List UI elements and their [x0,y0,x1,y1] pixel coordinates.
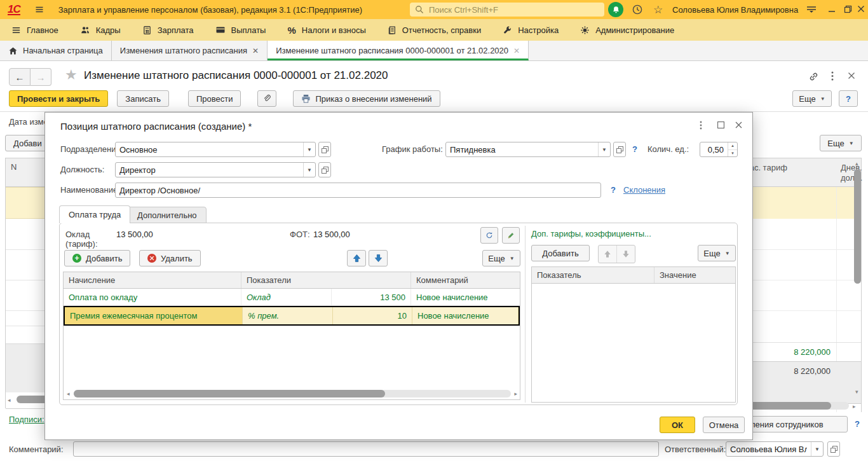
work-schedule-input[interactable] [446,142,598,156]
ok-button[interactable]: ОК [660,417,695,433]
accruals-more-button[interactable]: Еще▼ [482,250,520,266]
dropdown-icon[interactable]: ▼ [303,142,315,156]
bg-help-link[interactable]: ? [855,419,860,429]
cancel-button[interactable]: Отмена [703,417,745,433]
col-indicator[interactable]: Показатель [532,267,654,283]
document-more-button[interactable]: Еще▼ [792,90,832,107]
minimize-icon[interactable] [828,5,836,13]
global-search[interactable] [410,3,604,17]
move-down-button[interactable] [369,250,388,266]
table-hscroll-track[interactable] [74,390,511,397]
comment-field[interactable] [73,441,659,457]
print-order-button[interactable]: Приказ о внесении изменений [293,90,440,107]
favorite-star-icon[interactable]: ★ [65,67,78,83]
edit-pencil-button[interactable] [502,227,520,244]
table-hscroll-right-icon[interactable]: ▸ [514,391,517,397]
position-field[interactable]: ▼ [115,162,316,177]
extra-more-button[interactable]: Еще▼ [698,245,736,261]
bg-vscroll-thumb[interactable] [854,169,861,284]
menu-payments[interactable]: Выплаты [215,25,266,35]
responsible-field[interactable]: ▼ [726,441,824,457]
tab-staff-change-doc[interactable]: Изменение штатного расписания 0000-00000… [268,41,529,60]
back-arrow-icon[interactable]: ← [9,68,31,86]
department-field[interactable]: ▼ [115,142,316,157]
cell-value[interactable]: 13 500 [332,289,411,305]
col-comment[interactable]: Комментарий [411,272,520,288]
document-help-button[interactable]: ? [839,90,858,107]
comment-input[interactable] [74,442,658,456]
position-open-icon[interactable] [318,162,331,177]
name-input[interactable] [116,183,600,197]
close-tab-icon[interactable]: ✕ [252,46,259,55]
accrual-add-button[interactable]: + Добавить [64,250,130,266]
close-document-icon[interactable] [848,72,855,79]
menu-main[interactable]: Главное [11,25,58,35]
history-icon[interactable] [632,4,643,15]
cell-comment[interactable]: Новое начисление [412,307,519,324]
cell-accrual[interactable]: Премия ежемесячная процентом [65,307,243,324]
department-open-icon[interactable] [318,142,331,157]
dialog-kebab-menu-icon[interactable] [700,121,702,130]
hscroll-right-arrow-icon[interactable]: ▸ [853,404,856,410]
cell-indicator[interactable]: % прем. [243,307,333,324]
col-accrual[interactable]: Начисление [64,272,241,288]
user-name[interactable]: Соловьева Юлия Владимировна [672,5,798,15]
attachments-button[interactable] [257,90,276,107]
cell-value[interactable]: 10 [333,307,412,324]
notifications-bell-icon[interactable] [608,2,623,17]
main-menu-icon[interactable] [34,4,44,15]
dropdown-icon[interactable]: ▼ [811,442,823,456]
favorites-star-icon[interactable]: ☆ [653,3,663,17]
close-app-icon[interactable] [857,5,865,13]
col-indicators[interactable]: Показатели [241,272,411,288]
dialog-maximize-icon[interactable] [717,121,724,128]
recalculate-button[interactable] [480,227,498,244]
spinner-up-icon[interactable]: ▲ [728,142,737,150]
post-and-close-button[interactable]: Провести и закрыть [9,90,108,107]
department-input[interactable] [116,142,303,156]
accrual-delete-button[interactable]: ✕ Удалить [139,250,201,266]
tab-additional[interactable]: Дополнительно [128,207,207,223]
kebab-menu-icon[interactable] [831,71,834,81]
work-schedule-field[interactable]: ▼ [445,142,611,157]
table-hscroll-thumb[interactable] [74,390,385,397]
dialog-close-icon[interactable] [735,121,742,128]
accrual-row-2-selected[interactable]: Премия ежемесячная процентом % прем. 10 … [64,306,520,326]
tab-home[interactable]: Начальная страница [0,41,112,60]
units-spinner[interactable]: ▲▼ [728,142,737,156]
dropdown-icon[interactable]: ▼ [303,163,315,177]
name-field[interactable] [115,183,601,198]
spinner-down-icon[interactable]: ▼ [728,150,737,157]
dropdown-icon[interactable]: ▼ [598,142,610,156]
menu-salary[interactable]: Зарплата [142,25,194,35]
vscroll-down-arrow-icon[interactable]: ▾ [855,389,858,395]
extra-add-button[interactable]: Добавить [531,245,590,261]
menu-staff[interactable]: Кадры [80,25,121,35]
responsible-input[interactable] [726,442,811,456]
accruals-table-header[interactable]: Начисление Показатели Комментарий [64,272,520,289]
post-button[interactable]: Провести [188,90,241,107]
restore-window-icon[interactable] [844,5,852,13]
responsible-open-icon[interactable] [827,441,840,457]
extra-table-header[interactable]: Показатель Значение [532,267,735,284]
extra-tariffs-link[interactable]: Доп. тарифы, коэффициенты... [531,229,651,238]
bg-more-button[interactable]: Еще▼ [820,135,862,151]
menu-taxes[interactable]: % Налоги и взносы [287,25,365,36]
units-input[interactable] [700,142,728,156]
table-hscroll-left-icon[interactable]: ◂ [67,391,70,397]
search-input[interactable] [428,4,599,15]
hscroll-left-arrow-icon[interactable]: ◂ [8,397,11,403]
menu-settings[interactable]: Настройка [503,25,559,35]
work-schedule-open-icon[interactable] [613,142,626,157]
signatures-link[interactable]: Подписи: [9,415,44,424]
extra-move-up-button[interactable] [599,245,617,263]
close-tab-icon[interactable]: ✕ [513,46,520,55]
extra-move-down-button[interactable] [617,245,635,263]
position-input[interactable] [116,163,303,177]
tab-pay[interactable]: Оплата труда [59,205,130,223]
cell-indicator[interactable]: Оклад [241,289,332,305]
accrual-row-1[interactable]: Оплата по окладу Оклад 13 500 Новое начи… [64,289,520,306]
menu-administration[interactable]: Администрирование [580,25,674,35]
name-help-link[interactable]: ? [611,185,616,195]
menu-reports[interactable]: Отчетность, справки [388,25,481,35]
